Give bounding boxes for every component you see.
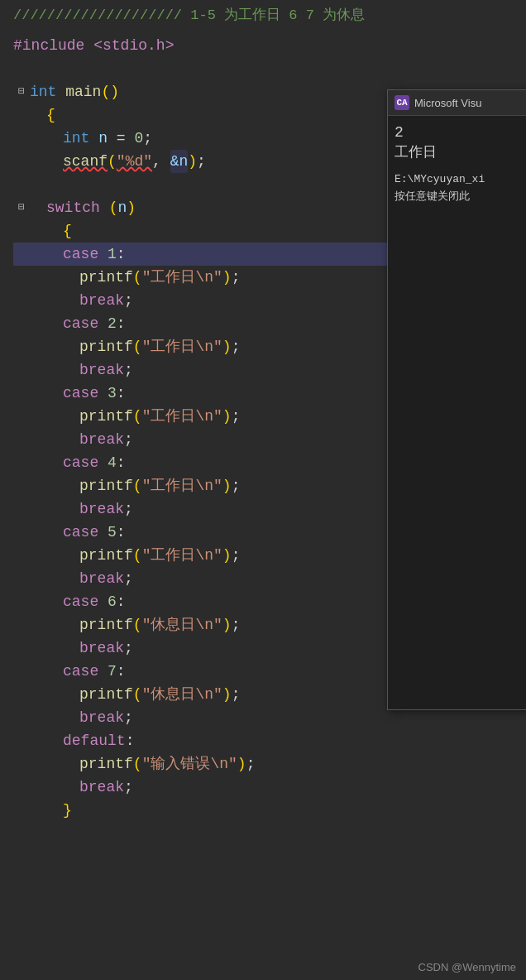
popup-app-icon: CA (394, 95, 409, 110)
include-line: #include <stdio.h> (13, 34, 526, 57)
popup-title: Microsoft Visu (414, 97, 481, 109)
switch-brace-close: } (13, 799, 526, 822)
fold-icon-switch[interactable]: ⊟ (18, 196, 25, 219)
watermark: CSDN @Wennytime (418, 961, 516, 973)
popup-title-bar: CA Microsoft Visu (388, 90, 526, 116)
popup-close-hint: 按任意键关闭此 (394, 189, 526, 204)
blank-1 (13, 57, 526, 80)
popup-output-label: 工作日 (394, 142, 526, 161)
popup-path: E:\MYcyuyan_xi (394, 173, 526, 185)
comment-line: //////////////////// 1-5 为工作日 6 7 为休息 (0, 0, 526, 27)
default-line: default : (13, 729, 526, 752)
fold-gutter-main[interactable]: ⊟ (13, 80, 30, 103)
editor-area: //////////////////// 1-5 为工作日 6 7 为休息 #i… (0, 0, 526, 980)
popup-output-num: 2 (394, 124, 526, 141)
popup-content: 2 工作日 E:\MYcyuyan_xi 按任意键关闭此 (388, 116, 526, 212)
printf-err: printf ( "输入错误\n" ) ; (13, 752, 526, 776)
fold-gutter-switch[interactable]: ⊟ (13, 196, 30, 219)
break-default-line: break ; (13, 776, 526, 799)
fold-icon-main[interactable]: ⊟ (18, 80, 25, 103)
output-popup: CA Microsoft Visu 2 工作日 E:\MYcyuyan_xi 按… (387, 89, 526, 710)
